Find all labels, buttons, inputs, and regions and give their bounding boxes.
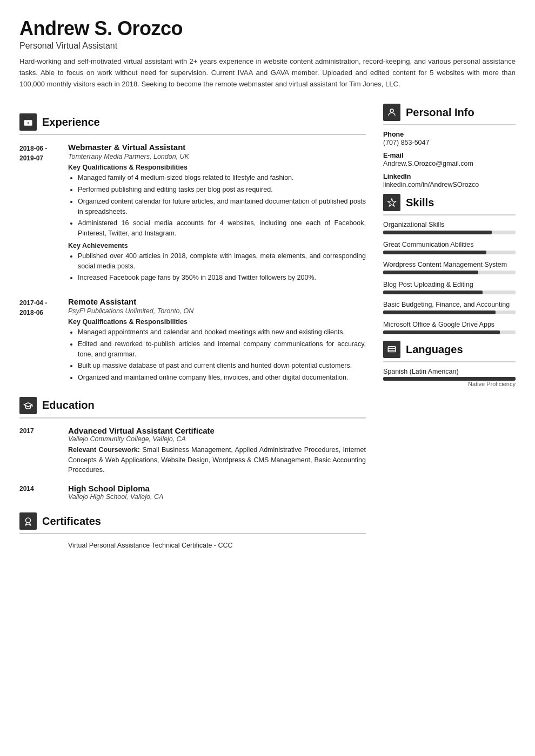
- edu-title: Advanced Virtual Assistant Certificate: [68, 426, 366, 435]
- exp-content: Webmaster & Virtual AssistantTomterrany …: [68, 143, 366, 285]
- exp-title: Remote Assistant: [68, 297, 366, 306]
- experience-entry: 2018-06 - 2019-07Webmaster & Virtual Ass…: [19, 143, 366, 285]
- skill-bar-background: [383, 330, 516, 334]
- language-bar-fill: [383, 377, 516, 381]
- cert-date: [19, 542, 68, 549]
- personal-info-fields: Phone(707) 853-5047E-mailAndrew.S.Orozco…: [383, 131, 516, 188]
- language-name: Spanish (Latin American): [383, 368, 516, 375]
- skill-bar-fill: [383, 330, 500, 334]
- languages-divider: [383, 361, 516, 362]
- candidate-title: Personal Virtual Assistant: [19, 41, 516, 51]
- list-item: Organized content calendar for future ar…: [78, 197, 366, 217]
- list-item: Managed family of 4 medium-sized blogs r…: [78, 173, 366, 183]
- achievements-list: Published over 400 articles in 2018, com…: [68, 251, 366, 283]
- exp-content: Remote AssistantPsyFi Publications Unlim…: [68, 297, 366, 385]
- experience-section-header: Experience: [19, 113, 366, 131]
- personal-info-section-header: Personal Info: [383, 104, 516, 121]
- education-section-header: Education: [19, 397, 366, 414]
- two-column-layout: Experience 2018-06 - 2019-07Webmaster & …: [19, 104, 516, 552]
- skill-item: Wordpress Content Management System: [383, 261, 516, 274]
- skill-name: Microsoft Office & Google Drive Apps: [383, 321, 516, 328]
- certificates-entries: Virtual Personal Assistance Technical Ce…: [19, 542, 366, 549]
- certificates-icon: [19, 512, 37, 530]
- skill-name: Great Communication Abilities: [383, 241, 516, 248]
- experience-icon: [19, 113, 37, 131]
- languages-icon: [383, 341, 400, 358]
- edu-school: Vallejo High School, Vallejo, CA: [68, 493, 163, 501]
- list-item: Published over 400 articles in 2018, com…: [78, 251, 366, 272]
- exp-company: PsyFi Publications Unlimited, Toronto, O…: [68, 307, 366, 315]
- skill-item: Basic Budgeting, Finance, and Accounting: [383, 301, 516, 314]
- exp-title: Webmaster & Virtual Assistant: [68, 143, 366, 152]
- list-item: Administered 16 social media accounts fo…: [78, 218, 366, 239]
- info-label: E-mail: [383, 152, 516, 159]
- education-divider: [19, 417, 366, 418]
- certificate-entry: Virtual Personal Assistance Technical Ce…: [19, 542, 366, 549]
- skill-bar-fill: [383, 291, 483, 294]
- skill-name: Organizational Skills: [383, 221, 516, 228]
- skill-bar-background: [383, 231, 516, 234]
- skills-items: Organizational SkillsGreat Communication…: [383, 221, 516, 334]
- personal-info-field: Phone(707) 853-5047: [383, 131, 516, 146]
- info-value: Andrew.S.Orozco@gmail.com: [383, 160, 516, 167]
- skill-bar-fill: [383, 271, 478, 274]
- info-label: LinkedIn: [383, 173, 516, 180]
- personal-info-field: LinkedInlinkedin.com/in/AndrewSOrozco: [383, 173, 516, 188]
- skill-item: Organizational Skills: [383, 221, 516, 234]
- certificates-divider: [19, 533, 366, 534]
- svg-point-3: [390, 109, 393, 112]
- skill-bar-background: [383, 271, 516, 274]
- exp-date: 2018-06 - 2019-07: [19, 143, 68, 285]
- edu-title: High School Diploma: [68, 484, 163, 493]
- achievements-heading: Key Achievements: [68, 242, 366, 249]
- list-item: Organized and maintained online company …: [78, 373, 366, 383]
- education-entry: 2014High School DiplomaVallejo High Scho…: [19, 484, 366, 503]
- qualifications-list: Managed appointments and calendar and bo…: [68, 327, 366, 383]
- edu-date: 2017: [19, 426, 68, 475]
- education-entries: 2017Advanced Virtual Assistant Certifica…: [19, 426, 366, 503]
- certificates-heading: Certificates: [42, 515, 101, 528]
- qualifications-heading: Key Qualifications & Responsibilities: [68, 318, 366, 326]
- list-item: Performed publishing and editing tasks p…: [78, 185, 366, 195]
- skill-bar-fill: [383, 310, 496, 314]
- education-entry: 2017Advanced Virtual Assistant Certifica…: [19, 426, 366, 475]
- skill-item: Great Communication Abilities: [383, 241, 516, 254]
- edu-date: 2014: [19, 484, 68, 503]
- education-icon: [19, 397, 37, 414]
- candidate-summary: Hard-working and self-motivated virtual …: [19, 56, 516, 90]
- qualifications-heading: Key Qualifications & Responsibilities: [68, 164, 366, 171]
- experience-heading: Experience: [42, 116, 100, 129]
- svg-point-2: [26, 518, 31, 523]
- qualifications-list: Managed family of 4 medium-sized blogs r…: [68, 173, 366, 239]
- education-heading: Education: [42, 399, 95, 411]
- skill-name: Basic Budgeting, Finance, and Accounting: [383, 301, 516, 308]
- list-item: Managed appointments and calendar and bo…: [78, 327, 366, 338]
- info-label: Phone: [383, 131, 516, 138]
- personal-info-divider: [383, 124, 516, 125]
- skill-item: Microsoft Office & Google Drive Apps: [383, 321, 516, 334]
- skill-bar-background: [383, 310, 516, 314]
- experience-divider: [19, 134, 366, 135]
- exp-date: 2017-04 - 2018-06: [19, 297, 68, 385]
- language-bar-background: [383, 377, 516, 381]
- skill-name: Wordpress Content Management System: [383, 261, 516, 268]
- edu-coursework: Relevant Coursework: Small Business Mana…: [68, 445, 366, 475]
- info-value: linkedin.com/in/AndrewSOrozco: [383, 181, 516, 188]
- languages-section-header: Languages: [383, 341, 516, 358]
- list-item: Built up massive database of past and cu…: [78, 361, 366, 371]
- list-item: Edited and reworked to-publish articles …: [78, 339, 366, 360]
- svg-rect-4: [388, 347, 396, 352]
- language-items: Spanish (Latin American)Native Proficien…: [383, 368, 516, 387]
- skill-bar-background: [383, 291, 516, 294]
- skill-bar-fill: [383, 251, 486, 254]
- skill-name: Blog Post Uploading & Editing: [383, 281, 516, 288]
- certificates-section-header: Certificates: [19, 512, 366, 530]
- language-item: Spanish (Latin American)Native Proficien…: [383, 368, 516, 387]
- candidate-name: Andrew S. Orozco: [19, 17, 516, 40]
- right-column: Personal Info Phone(707) 853-5047E-mailA…: [383, 104, 516, 552]
- skill-bar-fill: [383, 231, 492, 234]
- header: Andrew S. Orozco Personal Virtual Assist…: [19, 17, 516, 90]
- left-column: Experience 2018-06 - 2019-07Webmaster & …: [19, 104, 366, 552]
- skill-bar-background: [383, 251, 516, 254]
- experience-entry: 2017-04 - 2018-06Remote AssistantPsyFi P…: [19, 297, 366, 385]
